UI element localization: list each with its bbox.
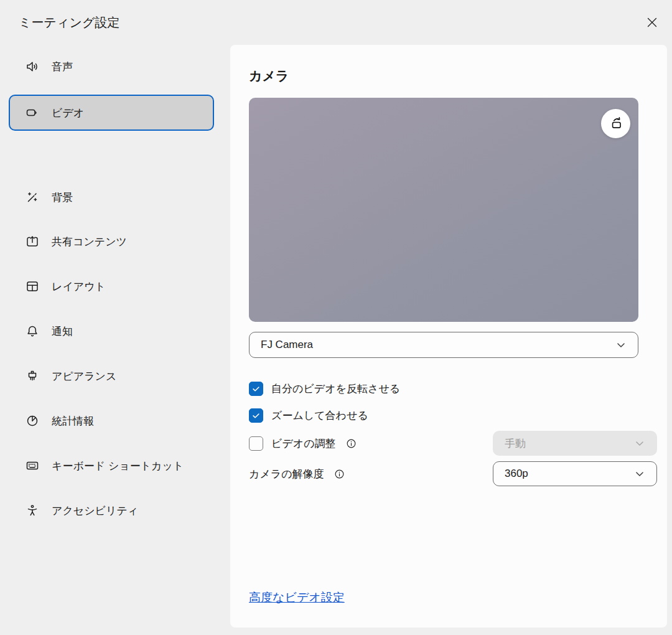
sidebar-item-notifications[interactable]: 通知 bbox=[9, 313, 214, 349]
video-adjust-row: ビデオの調整 手動 bbox=[249, 431, 638, 456]
sidebar-item-label: アピアランス bbox=[52, 369, 116, 383]
close-icon bbox=[645, 15, 660, 32]
sidebar-item-label: 背景 bbox=[52, 190, 73, 205]
sidebar-item-label: ビデオ bbox=[52, 106, 84, 120]
page-title: カメラ bbox=[249, 67, 289, 85]
sidebar-item-audio[interactable]: 音声 bbox=[9, 49, 214, 85]
layout-grid-icon bbox=[25, 279, 40, 294]
sidebar-item-label: レイアウト bbox=[52, 280, 106, 294]
sidebar-item-share-content[interactable]: 共有コンテンツ bbox=[9, 223, 214, 260]
mirror-video-checkbox[interactable] bbox=[249, 382, 263, 396]
video-adjust-mode-select: 手動 bbox=[493, 431, 657, 456]
share-content-icon bbox=[25, 234, 40, 249]
rotate-camera-button[interactable] bbox=[601, 109, 630, 138]
camera-preview bbox=[249, 98, 638, 322]
speaker-icon bbox=[25, 59, 40, 74]
sidebar-item-accessibility[interactable]: アクセシビリティ bbox=[9, 492, 214, 529]
video-adjust-checkbox[interactable] bbox=[249, 436, 263, 451]
sidebar-item-video[interactable]: ビデオ bbox=[9, 95, 214, 131]
magic-wand-icon bbox=[25, 190, 40, 205]
camera-device-select[interactable]: FJ Camera bbox=[249, 332, 638, 358]
pie-chart-icon bbox=[25, 413, 40, 428]
bell-icon bbox=[25, 324, 40, 339]
video-adjust-mode-value: 手動 bbox=[505, 436, 633, 451]
zoom-to-fit-row: ズームして合わせる bbox=[249, 407, 368, 423]
accessibility-icon bbox=[25, 503, 40, 518]
camera-device-value: FJ Camera bbox=[261, 339, 614, 351]
close-button[interactable] bbox=[641, 12, 663, 35]
sidebar-item-layout[interactable]: レイアウト bbox=[9, 268, 214, 304]
sidebar-item-label: アクセシビリティ bbox=[52, 504, 138, 518]
settings-sidebar: 音声 ビデオ 背景 共有コンテンツ レイアウト bbox=[0, 40, 230, 635]
camera-resolution-row: カメラの解像度 360p bbox=[249, 461, 638, 486]
sidebar-item-label: 共有コンテンツ bbox=[52, 235, 127, 249]
rotate-camera-icon bbox=[608, 115, 624, 133]
sidebar-item-appearance[interactable]: アピアランス bbox=[9, 358, 214, 394]
zoom-to-fit-label: ズームして合わせる bbox=[271, 408, 368, 423]
sidebar-item-keyboard-shortcuts[interactable]: キーボード ショートカット bbox=[9, 448, 214, 484]
camera-resolution-select[interactable]: 360p bbox=[493, 461, 657, 486]
video-adjust-label: ビデオの調整 bbox=[271, 436, 336, 451]
sidebar-item-label: キーボード ショートカット bbox=[52, 459, 184, 473]
chevron-down-icon bbox=[633, 467, 646, 481]
paintbrush-icon bbox=[25, 369, 40, 383]
sidebar-item-statistics[interactable]: 統計情報 bbox=[9, 403, 214, 439]
sidebar-item-label: 音声 bbox=[52, 60, 73, 74]
video-camera-icon bbox=[25, 105, 40, 120]
mirror-video-label: 自分のビデオを反転させる bbox=[271, 382, 400, 396]
video-settings-panel: カメラ FJ Camera 自分のビデオを反転させる ズームして合わせる bbox=[230, 45, 667, 628]
sidebar-item-background[interactable]: 背景 bbox=[9, 179, 214, 215]
sidebar-item-label: 通知 bbox=[52, 324, 73, 339]
keyboard-icon bbox=[25, 458, 40, 473]
mirror-video-row: 自分のビデオを反転させる bbox=[249, 380, 400, 397]
info-icon[interactable] bbox=[345, 438, 357, 449]
zoom-to-fit-checkbox[interactable] bbox=[249, 408, 263, 423]
advanced-video-settings-link[interactable]: 高度なビデオ設定 bbox=[249, 590, 345, 606]
chevron-down-icon bbox=[633, 436, 646, 450]
meeting-settings-dialog: ミーティング設定 音声 ビデオ 背景 bbox=[0, 0, 672, 635]
camera-resolution-value: 360p bbox=[505, 468, 633, 480]
info-icon[interactable] bbox=[334, 468, 345, 480]
chevron-down-icon bbox=[614, 338, 628, 352]
camera-resolution-label: カメラの解像度 bbox=[249, 467, 324, 481]
sidebar-item-label: 統計情報 bbox=[52, 414, 94, 428]
window-title: ミーティング設定 bbox=[19, 14, 119, 31]
